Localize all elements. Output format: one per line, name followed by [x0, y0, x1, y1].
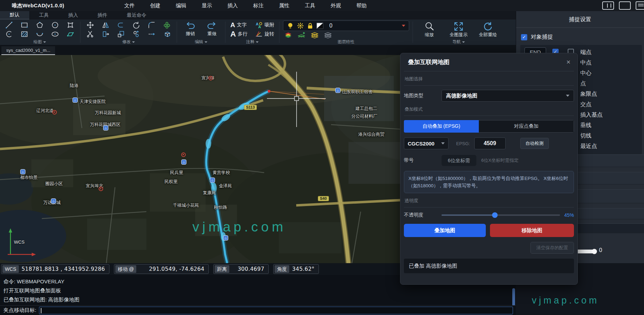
fillet-tool-button[interactable]: [145, 21, 158, 30]
crs-select[interactable]: CGCS2000: [404, 137, 449, 149]
redo-button[interactable]: 重做: [202, 21, 222, 37]
ribbon-tab-插件[interactable]: 插件: [88, 11, 117, 19]
move-tool-button[interactable]: [84, 21, 97, 30]
ribbon-tab-默认[interactable]: 默认: [0, 11, 29, 19]
chevron-down-icon: [441, 142, 445, 144]
map-place-label: 千禧城小花苑: [173, 203, 199, 208]
rectangle-tool-button[interactable]: [18, 21, 31, 30]
opacity-slider[interactable]: [442, 214, 560, 216]
window-icon[interactable]: [619, 1, 631, 10]
layer-off-icon[interactable]: [324, 32, 332, 38]
nav-group-label[interactable]: 导航: [416, 39, 501, 45]
overlay-mode-section-label: 叠加模式: [404, 102, 574, 116]
menu-item-插入[interactable]: 插入: [220, 0, 245, 11]
map-type-row: 地图类型 高德影像地图: [404, 90, 574, 102]
move-badge[interactable]: 移动 @: [115, 265, 136, 273]
snap-tool-button[interactable]: AA吸附: [254, 21, 276, 29]
menu-item-属性[interactable]: 属性: [271, 0, 297, 11]
rotate-annotation-button[interactable]: 旋转: [254, 30, 276, 38]
object-snap-checkbox[interactable]: ✓: [521, 34, 527, 40]
rotate-annotation-icon: [255, 30, 263, 38]
spline-tool-button[interactable]: [64, 21, 77, 30]
zoom-button[interactable]: 缩放: [416, 21, 442, 38]
ribbon-tab-工具[interactable]: 工具: [29, 11, 59, 19]
menu-item-编辑[interactable]: 编辑: [168, 0, 194, 11]
auto-detect-button[interactable]: 自动检测: [520, 138, 549, 149]
layer-states-icon[interactable]: [284, 32, 292, 38]
map-place-label: 秋怡路: [214, 205, 227, 211]
clear-config-button[interactable]: 清空保存的配置: [530, 242, 574, 254]
auto-overlay-tab[interactable]: 自动叠加 (EPSG): [404, 120, 479, 133]
mini-slider[interactable]: [576, 250, 596, 253]
layout-grid-icon[interactable]: [602, 1, 614, 10]
modify-group-label[interactable]: 修改: [84, 39, 173, 45]
band-hint: 6位X坐标时需指定: [481, 157, 519, 164]
text-tool-button[interactable]: A文字: [229, 21, 249, 29]
menu-item-显示[interactable]: 显示: [194, 0, 220, 11]
polyline-arc-tool-button[interactable]: [33, 30, 46, 39]
extend-tool-button[interactable]: [145, 30, 158, 39]
layer-properties-icon[interactable]: [311, 32, 319, 38]
epsg-label: EPSG:: [456, 141, 470, 146]
mirror-tool-button[interactable]: [99, 21, 112, 30]
offset-tool-button[interactable]: [115, 21, 127, 30]
redo-icon: [206, 21, 218, 30]
mtext-tool-button[interactable]: A多行: [229, 30, 249, 39]
wcs-coordinates: 518781.8813 , 4341952.9286: [22, 266, 108, 272]
map-type-value: 高德影像地图: [446, 93, 477, 99]
menu-item-工具[interactable]: 工具: [297, 0, 323, 11]
edit-group-label[interactable]: 编辑: [181, 39, 222, 45]
explode-tool-button[interactable]: [161, 30, 173, 39]
menu-item-帮助[interactable]: 帮助: [348, 0, 374, 11]
menu-item-标注[interactable]: 标注: [245, 0, 271, 11]
close-icon[interactable]: ×: [563, 58, 574, 66]
document-icon[interactable]: [636, 1, 644, 10]
point-overlay-tab[interactable]: 对应点叠加: [479, 120, 574, 133]
circle-tool-button[interactable]: [49, 21, 61, 30]
menu-item-创建[interactable]: 创建: [142, 0, 168, 11]
menu-item-文件[interactable]: 文件: [116, 0, 142, 11]
command-scrollbar[interactable]: [512, 288, 515, 306]
epsg-input[interactable]: 4509: [474, 137, 506, 149]
ellipse-tool-button[interactable]: [49, 30, 61, 39]
redraw-button[interactable]: 全部重绘: [475, 21, 501, 38]
band-input[interactable]: 6位坐标需: [442, 155, 476, 166]
new-layer-icon[interactable]: [298, 32, 305, 38]
trim-tool-button[interactable]: [84, 30, 97, 39]
map-place-label: 山东双职工宿舍: [342, 89, 373, 95]
ribbon-tab-插入[interactable]: 插入: [59, 11, 88, 19]
polygon-tool-button[interactable]: [33, 21, 46, 30]
scale-tool-button[interactable]: [115, 30, 127, 39]
undo-button[interactable]: 撤销: [181, 21, 200, 37]
remove-map-button[interactable]: 移除地图: [490, 224, 574, 237]
zoom-extents-button[interactable]: 全图显示: [446, 21, 472, 38]
object-snap-row[interactable]: ✓ 对象捕捉: [516, 28, 644, 44]
map-type-select[interactable]: 高德影像地图: [442, 90, 574, 102]
draw-group-label[interactable]: 绘图: [3, 39, 77, 45]
layer-combobox[interactable]: 0: [283, 21, 409, 31]
angle-badge[interactable]: 角度: [275, 265, 289, 273]
rotate-tool-button[interactable]: [130, 21, 143, 30]
line-tool-button[interactable]: [3, 21, 15, 30]
stretch-tool-button[interactable]: [99, 30, 112, 39]
mini-slider-value: 0: [599, 247, 602, 253]
wcs-badge[interactable]: WCS: [2, 265, 19, 273]
distance-badge[interactable]: 距离: [215, 265, 229, 273]
command-history-line: 已叠加互联网地图: 高德影像地图: [3, 295, 516, 304]
window-controls: [602, 1, 644, 10]
annotate-group-label[interactable]: 注释: [229, 39, 276, 45]
parallelogram-tool-button[interactable]: [64, 30, 77, 39]
ribbon-tab-最近命令[interactable]: 最近命令: [117, 11, 156, 19]
menu-item-外观[interactable]: 外观: [323, 0, 348, 11]
modify-buttons: [84, 21, 173, 39]
overlay-map-button[interactable]: 叠加地图: [404, 224, 486, 237]
hatch-tool-button[interactable]: [18, 30, 31, 39]
array-tool-button[interactable]: [161, 21, 173, 30]
toolbar-divider: [177, 22, 177, 43]
arc-tool-button[interactable]: [3, 30, 15, 39]
opacity-slider-handle[interactable]: [492, 212, 498, 218]
document-tab[interactable]: sys_cad2000_v1_m...: [1, 46, 55, 55]
copy-tool-button[interactable]: [130, 30, 143, 39]
band-note: X坐标8位时（如51800000），取前两位为带号自动推算EPSG。 X坐标6位…: [404, 171, 574, 193]
command-input[interactable]: [39, 307, 513, 314]
